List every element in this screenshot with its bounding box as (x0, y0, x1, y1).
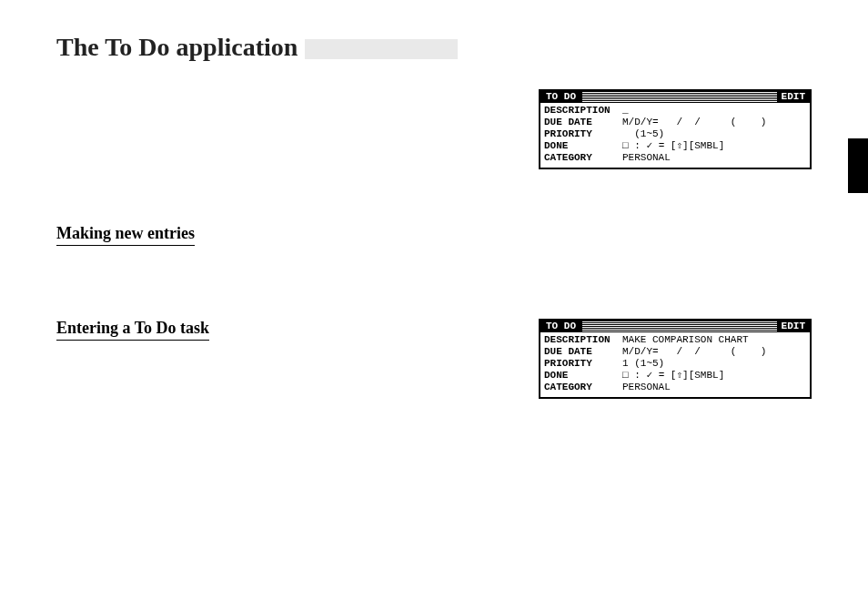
page-content: The To Do application TO DO EDIT DESCRIP… (56, 33, 812, 399)
lcd-row-priority: PRIORITY (1~5) (544, 128, 806, 140)
heading-highlight (305, 39, 458, 59)
lcd-titlebar-stripes (582, 91, 777, 102)
lcd-field-label: PRIORITY (544, 358, 622, 370)
lcd-field-value: 1 (1~5) (622, 358, 806, 370)
lcd-field-label: CATEGORY (544, 152, 622, 164)
lcd-field-value: (1~5) (622, 128, 806, 140)
lcd-field-value: M/D/Y= / / ( ) (622, 346, 806, 358)
lcd-mode-badge: EDIT (777, 321, 810, 331)
lcd-titlebar: TO DO EDIT (540, 91, 810, 103)
lcd-field-label: DESCRIPTION (544, 334, 622, 346)
page-edge-tab (848, 138, 868, 193)
lcd-field-value: PERSONAL (622, 152, 806, 164)
lcd-field-value: MAKE COMPARISON CHART (622, 334, 806, 346)
lcd-field-value: _ (622, 105, 806, 117)
page-title: The To Do application (56, 33, 305, 62)
lcd-row-priority: PRIORITY 1 (1~5) (544, 358, 806, 370)
lcd-field-label: DONE (544, 140, 622, 152)
lcd-field-label: CATEGORY (544, 382, 622, 393)
lcd-app-tab: TO DO (540, 91, 582, 102)
section-title-making-entries: Making new entries (56, 224, 195, 246)
lcd-field-value: M/D/Y= / / ( ) (622, 117, 806, 128)
lcd-row-due-date: DUE DATE M/D/Y= / / ( ) (544, 346, 806, 358)
lcd-field-label: DUE DATE (544, 346, 622, 358)
lcd-field-label: PRIORITY (544, 128, 622, 140)
lcd-field-label: DUE DATE (544, 117, 622, 128)
lcd-field-label: DESCRIPTION (544, 105, 622, 117)
lcd-body: DESCRIPTION MAKE COMPARISON CHART DUE DA… (540, 332, 810, 397)
lcd-row-category: CATEGORY PERSONAL (544, 382, 806, 393)
lcd-field-label: DONE (544, 370, 622, 382)
lcd-row-done: DONE □ : ✓ = [⇧][SMBL] (544, 140, 806, 152)
lcd-row-done: DONE □ : ✓ = [⇧][SMBL] (544, 370, 806, 382)
lcd-row-description: DESCRIPTION _ (544, 105, 806, 117)
lcd-titlebar-stripes (582, 321, 777, 331)
lcd-row-description: DESCRIPTION MAKE COMPARISON CHART (544, 334, 806, 346)
lcd-titlebar: TO DO EDIT (540, 321, 810, 332)
lcd-row-due-date: DUE DATE M/D/Y= / / ( ) (544, 117, 806, 128)
lcd-field-value: □ : ✓ = [⇧][SMBL] (622, 370, 806, 382)
lcd-mode-badge: EDIT (777, 91, 810, 102)
lcd-screen-blank: TO DO EDIT DESCRIPTION _ DUE DATE M/D/Y=… (539, 89, 812, 169)
lcd-row-category: CATEGORY PERSONAL (544, 152, 806, 164)
lcd-screen-filled: TO DO EDIT DESCRIPTION MAKE COMPARISON C… (539, 319, 812, 399)
lcd-body: DESCRIPTION _ DUE DATE M/D/Y= / / ( ) PR… (540, 103, 810, 168)
lcd-field-value: PERSONAL (622, 382, 806, 393)
intro-paragraph (56, 89, 511, 109)
lcd-field-value: □ : ✓ = [⇧][SMBL] (622, 140, 806, 152)
section-title-entering-task: Entering a To Do task (56, 319, 209, 341)
lcd-app-tab: TO DO (540, 321, 582, 331)
